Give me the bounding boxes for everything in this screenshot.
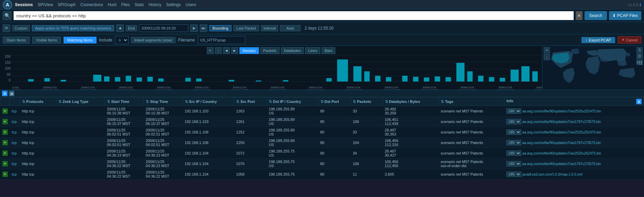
map-zoom-in[interactable]: + [544, 47, 550, 53]
map-controls: + - [544, 47, 550, 60]
export-pcap-button[interactable]: ↑ Export PCAP [581, 37, 615, 43]
search-input[interactable] [14, 11, 574, 20]
chart-type-session[interactable]: Session [239, 47, 259, 54]
row-protocols: http tcp [20, 127, 56, 138]
chart-nav-left[interactable]: ◄ [223, 47, 230, 54]
nav-connections[interactable]: Connections [81, 2, 103, 7]
nav-spiview[interactable]: SPIView [38, 2, 53, 7]
nav-users[interactable]: Users [186, 2, 196, 7]
include-select[interactable]: no yes [115, 36, 128, 44]
row-uri-select[interactable]: URI [506, 172, 521, 177]
tab-open-items[interactable]: Open Items [3, 37, 30, 43]
th-zeek-log[interactable]: ⇅ Zeek Log Type [56, 97, 105, 106]
row-uri-select[interactable]: URI [506, 161, 521, 166]
th-dst-ip[interactable]: ⇅ Dst IP / Country [267, 97, 318, 106]
time-prev-button[interactable]: ◄ [116, 24, 124, 32]
row-add-button[interactable]: + [2, 150, 8, 156]
nav-stats[interactable]: Stats [135, 2, 144, 7]
map-zoom-out[interactable]: - [544, 54, 550, 60]
row-add-button[interactable]: + [2, 108, 8, 114]
search-button[interactable]: Search [585, 11, 607, 20]
last-packet-button[interactable]: Last Packet [233, 25, 259, 31]
map-s-button[interactable]: S [637, 47, 643, 53]
chart-type-packets[interactable]: Packets [260, 47, 279, 54]
tab-matching-items[interactable]: Matching Items [64, 37, 97, 43]
pcap-files-button[interactable]: ⬇ PCAP Files [609, 11, 641, 20]
row-stop-time: 2009/11/2506:15:37 MST [144, 117, 182, 127]
row-protocol-tag: tcp [10, 169, 20, 180]
row-uri-select[interactable]: URI [506, 129, 521, 135]
info-icon[interactable]: ℹ [640, 2, 641, 7]
tab-visible-items[interactable]: Visible Items [32, 37, 61, 43]
col-toggle-grid[interactable]: ⊞ [2, 91, 7, 96]
th-stop-time[interactable]: ⇅ Stop Time [144, 97, 182, 106]
th-dst-port[interactable]: ⇅ Dst Port [318, 97, 351, 106]
svg-rect-31 [435, 76, 440, 82]
svg-rect-16 [158, 78, 164, 82]
row-start-time: 2009/11/2504:36:22 MST [105, 169, 143, 180]
end-time-input[interactable] [139, 24, 188, 32]
svg-rect-33 [456, 63, 465, 82]
th-src-ip[interactable]: ⇅ Src IP / Country [182, 97, 234, 106]
nav-history[interactable]: History [149, 2, 161, 7]
zoom-out-button[interactable]: - [215, 47, 222, 54]
history-back-button[interactable]: ⟳ [3, 24, 10, 32]
th-packets[interactable]: ⇅ Packets [351, 97, 383, 106]
row-protocols: http tcp [20, 148, 56, 159]
time-next-button[interactable]: ► [190, 24, 198, 32]
th-src-port[interactable]: ⇅ Src Port [234, 97, 267, 106]
search-icon-button[interactable]: 🔍 [3, 11, 12, 20]
th-protocols[interactable]: ⇅ Protocols [20, 97, 56, 106]
th-col-icons [10, 97, 20, 106]
row-add-button[interactable]: + [2, 129, 8, 135]
chart-nav-right[interactable]: ► [231, 47, 238, 54]
row-add-button[interactable]: + [2, 161, 8, 166]
chart-type-lines[interactable]: Lines [305, 47, 320, 54]
row-dst-port: 80 [318, 159, 351, 169]
svg-text:01:00:00 MST: 01:00:00 MST [231, 89, 248, 90]
row-uri-select[interactable]: URI [506, 150, 521, 156]
map-d-button[interactable]: D [637, 53, 643, 59]
bounding-button[interactable]: Bounding [209, 25, 231, 31]
col-toggle-detail[interactable]: ▤ [9, 91, 14, 96]
auto-button[interactable]: Auto [280, 25, 300, 31]
row-uri-select[interactable]: URI [506, 140, 521, 145]
row-add-button[interactable]: + [2, 140, 8, 145]
nav-hunt[interactable]: Hunt [108, 2, 116, 7]
include-label: Include [99, 38, 112, 42]
app-version: v1.8.0 [628, 3, 638, 7]
nav-files[interactable]: Files [121, 2, 130, 7]
custom-time-button[interactable]: Custom [12, 25, 30, 31]
svg-rect-28 [402, 76, 407, 82]
row-dst-ip: 198.189.255.75 [267, 169, 318, 180]
cancel-button[interactable]: ✕ Cancel [618, 36, 641, 43]
th-tags[interactable]: ⇅ Tags [439, 97, 504, 106]
chart-controls: + - ◄ ► Session Packets Databytes Lines … [207, 47, 335, 54]
th-databytes[interactable]: ⇅ Databytes / Bytes [383, 97, 439, 106]
svg-text:17:00:00 MST: 17:00:00 MST [383, 89, 400, 90]
time-bar: ⟳ Custom Apply action to 7075 query matc… [0, 22, 644, 34]
svg-rect-11 [104, 76, 109, 82]
zoom-in-button[interactable]: + [207, 47, 213, 54]
chart-type-databytes[interactable]: Databytes [281, 47, 304, 54]
y-label-200: 200 [0, 55, 12, 58]
table-container[interactable]: ⇅ Protocols ⇅ Zeek Log Type ⇅ Start Time… [0, 97, 644, 180]
nav-settings[interactable]: Settings [166, 2, 181, 7]
row-zeek-log [56, 159, 105, 169]
nav-spigraph[interactable]: SPIGraph [58, 2, 76, 7]
time-end-button[interactable]: ⏭ [200, 24, 207, 32]
row-uri-select[interactable]: URI [506, 108, 521, 114]
row-stop-time: 2009/11/2506:15:38 MST [144, 106, 182, 117]
search-clear-button[interactable]: × [576, 11, 582, 20]
th-start-time[interactable]: ⇅ Start Time [105, 97, 143, 106]
nav-sessions[interactable]: Sessions [15, 2, 33, 7]
interval-button[interactable]: Interval [261, 25, 278, 31]
filename-input[interactable] [198, 36, 245, 44]
row-add-button[interactable]: + [2, 119, 8, 124]
row-add-button[interactable]: + [2, 172, 8, 177]
info-col-toggle[interactable]: ⊞ [636, 99, 642, 104]
row-zeek-log [56, 138, 105, 148]
map-xff-button[interactable]: xF̲F̲ [637, 59, 643, 65]
row-uri-select[interactable]: URI [506, 119, 521, 124]
chart-type-bars[interactable]: Bars [321, 47, 335, 54]
